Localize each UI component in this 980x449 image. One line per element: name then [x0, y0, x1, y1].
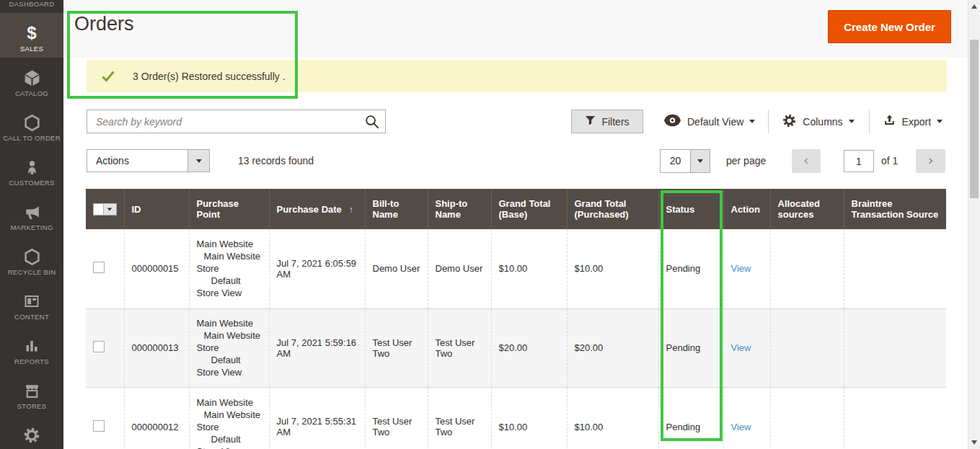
sidebar-item-sales[interactable]: $ SALES	[0, 13, 63, 58]
hexagon-icon	[23, 112, 41, 133]
column-header-grand-total-purchased[interactable]: Grand Total (Purchased)	[567, 189, 658, 229]
actions-dropdown[interactable]: Actions	[87, 149, 210, 172]
select-all-checkbox[interactable]	[93, 203, 104, 215]
sidebar-item-stores[interactable]: STORES	[0, 370, 63, 415]
column-header-braintree[interactable]: Braintree Transaction Source	[844, 189, 946, 229]
select-options-dropdown[interactable]	[104, 203, 116, 215]
scrollbar-thumb[interactable]	[970, 40, 979, 198]
sidebar-item-catalog[interactable]: CATALOG	[0, 58, 63, 102]
column-header-status[interactable]: Status	[658, 189, 723, 229]
cell-bill-to: Test User Two	[365, 387, 428, 449]
page-size-dropdown[interactable]: 20	[660, 149, 710, 173]
cell-status: Pending	[658, 387, 723, 449]
sidebar-item-content[interactable]: CONTENT	[0, 281, 63, 326]
success-message-text: 3 Order(s) Restored successfully .	[133, 71, 286, 82]
current-page-input[interactable]	[844, 150, 874, 172]
chevron-down-icon	[849, 120, 855, 123]
create-new-order-button[interactable]: Create New Order	[828, 10, 951, 43]
cell-order-id: 000000015	[124, 229, 189, 308]
column-header-action[interactable]: Action	[723, 189, 770, 229]
view-selector[interactable]: Default View	[663, 114, 755, 129]
cell-grand-total-purchased: $10.00	[567, 229, 658, 308]
sidebar-item-call-to-order[interactable]: CALL TO ORDER	[0, 102, 63, 147]
column-header-purchase-date[interactable]: Purchase Date↑	[269, 189, 365, 229]
cell-status: Pending	[658, 308, 723, 387]
cell-braintree	[844, 308, 946, 387]
column-header-grand-total-base[interactable]: Grand Total (Base)	[491, 189, 567, 229]
cell-status: Pending	[658, 229, 723, 308]
sidebar-item-reports[interactable]: REPORTS	[0, 326, 63, 370]
per-page-label: per page	[726, 155, 766, 166]
cell-grand-total-purchased: $10.00	[567, 387, 658, 449]
cell-purchase-date: Jul 7, 2021 5:59:16 AM	[269, 308, 365, 387]
page-title: Orders	[74, 13, 134, 35]
columns-selector[interactable]: Columns	[782, 113, 854, 130]
main-content: Orders Create New Order 3 Order(s) Resto…	[63, 0, 980, 449]
order-row: 000000013 Main Website Main Website Stor…	[86, 308, 946, 387]
chevron-right-icon: ›	[928, 152, 932, 168]
sidebar-item-dashboard[interactable]: DASHBOARD	[0, 0, 63, 13]
cell-purchase-point: Main Website Main Website Store Default …	[189, 308, 269, 387]
cell-order-id: 000000013	[124, 308, 189, 387]
layout-icon	[23, 290, 40, 312]
column-header-id[interactable]: ID	[124, 189, 189, 229]
cell-grand-total-base: $10.00	[491, 229, 567, 308]
orders-admin-page: DASHBOARD $ SALES CATALOG CALL TO ORDER	[0, 0, 980, 449]
cell-grand-total-purchased: $20.00	[567, 308, 658, 387]
cell-purchase-date: Jul 7, 2021 6:05:59 AM	[269, 229, 365, 308]
cell-allocated-sources	[770, 229, 844, 308]
search-input[interactable]	[87, 110, 386, 133]
gear-icon	[22, 424, 41, 446]
view-order-link[interactable]: View	[731, 263, 751, 274]
column-header-purchase-point[interactable]: Purchase Point	[189, 189, 269, 229]
chevron-down-icon	[749, 120, 755, 123]
scroll-down-icon[interactable]	[971, 440, 977, 445]
total-pages-label: of 1	[881, 155, 898, 166]
sidebar-item-customers[interactable]: CUSTOMERS	[0, 147, 63, 192]
column-header-bill-to[interactable]: Bill-to Name	[365, 189, 428, 229]
sidebar-item-recycle-bin[interactable]: RECYCLE BIN	[0, 236, 63, 281]
row-checkbox[interactable]	[93, 262, 105, 273]
export-icon	[883, 114, 896, 130]
orders-grid: ID Purchase Point Purchase Date↑ Bill-to…	[86, 189, 946, 449]
cell-purchase-point: Main Website Main Website Store Default …	[189, 229, 269, 308]
cell-purchase-point: Main Website Main Website Store Default …	[189, 387, 269, 449]
column-header-ship-to[interactable]: Ship-to Name	[428, 189, 491, 229]
keyword-search	[87, 110, 386, 133]
next-page-button[interactable]: ›	[916, 149, 945, 173]
records-found: 13 records found	[238, 155, 314, 166]
megaphone-icon	[23, 201, 41, 223]
column-header-allocated-sources[interactable]: Allocated sources	[770, 189, 844, 229]
chevron-down-icon	[187, 150, 209, 172]
filters-button[interactable]: Filters	[571, 110, 643, 133]
row-checkbox[interactable]	[93, 420, 105, 432]
page-header: Orders Create New Order	[63, 0, 980, 58]
cell-allocated-sources	[770, 387, 844, 449]
funnel-icon	[585, 115, 596, 128]
export-control[interactable]: Export	[883, 114, 943, 130]
chevron-down-icon	[690, 150, 710, 172]
cell-order-id: 000000012	[124, 387, 189, 449]
row-checkbox[interactable]	[93, 341, 105, 352]
sort-ascending-icon: ↑	[349, 205, 353, 215]
view-order-link[interactable]: View	[731, 422, 751, 432]
vertical-scrollbar[interactable]	[968, 0, 980, 449]
check-icon	[101, 70, 115, 83]
search-icon[interactable]	[363, 113, 380, 133]
scroll-up-icon[interactable]	[971, 4, 977, 9]
toolbar-divider	[869, 110, 870, 133]
sidebar-item-marketing[interactable]: MARKETING	[0, 192, 63, 236]
previous-page-button[interactable]: ‹	[792, 149, 821, 173]
cell-bill-to: Demo User	[365, 229, 428, 308]
box-icon	[23, 67, 41, 89]
hexagon-icon	[23, 246, 41, 267]
cell-grand-total-base: $20.00	[491, 308, 567, 387]
select-all-header	[86, 189, 124, 229]
eye-icon	[663, 114, 681, 129]
storefront-icon	[23, 380, 41, 401]
cell-braintree	[844, 229, 946, 308]
gear-icon	[782, 113, 797, 130]
view-order-link[interactable]: View	[731, 342, 751, 353]
bar-chart-icon	[23, 335, 40, 357]
sidebar-item-system[interactable]: SYSTEM	[0, 415, 63, 449]
